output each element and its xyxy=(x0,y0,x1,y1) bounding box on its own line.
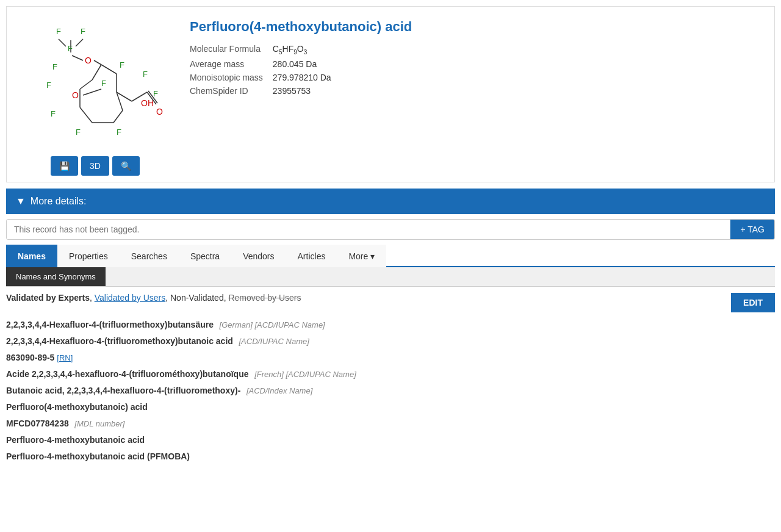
svg-text:F: F xyxy=(153,89,158,98)
mol-formula-label: Molecular Formula xyxy=(190,42,273,57)
save-structure-button[interactable]: 💾 xyxy=(51,156,78,176)
info-panel: Perfluoro(4-methoxybutanoic) acid Molecu… xyxy=(178,13,768,176)
name-tag: [German] [ACD/IUPAC Name] xyxy=(217,320,325,329)
structure-image: F F F O F F xyxy=(19,13,171,153)
tab-vendors[interactable]: Vendors xyxy=(231,245,286,267)
svg-text:F: F xyxy=(52,62,57,71)
svg-text:F: F xyxy=(81,27,85,36)
list-item: Acide 2,2,3,3,4,4-hexafluoro-4-(trifluor… xyxy=(6,368,775,381)
subtab-names-synonyms[interactable]: Names and Synonyms xyxy=(6,267,106,286)
svg-line-20 xyxy=(83,89,101,95)
removed-by-users: Removed by Users xyxy=(228,293,301,303)
properties-table: Molecular Formula C5HF9O3 Average mass 2… xyxy=(190,42,341,98)
validated-line: Validated by Experts, Validated by Users… xyxy=(6,293,301,303)
tab-searches[interactable]: Searches xyxy=(120,245,179,267)
tabs-bar: NamesPropertiesSearchesSpectraVendorsArt… xyxy=(6,245,775,267)
subtab-bar: Names and Synonyms xyxy=(6,267,775,287)
threed-button[interactable]: 3D xyxy=(81,156,109,176)
svg-line-11 xyxy=(101,65,117,74)
svg-line-7 xyxy=(72,56,83,60)
svg-text:O: O xyxy=(72,90,79,100)
svg-line-28 xyxy=(92,65,101,80)
svg-text:F: F xyxy=(143,70,148,79)
name-tag: [MDL number] xyxy=(73,419,125,428)
tag-input[interactable] xyxy=(7,220,730,239)
monoisotopic-value: 279.978210 Da xyxy=(273,71,341,84)
name-tag: [French] [ACD/IUPAC Name] xyxy=(253,370,356,379)
svg-text:F: F xyxy=(101,79,106,88)
svg-line-3 xyxy=(59,39,66,46)
monoisotopic-row: Monoisotopic mass 279.978210 Da xyxy=(190,71,341,84)
svg-text:F: F xyxy=(46,81,51,90)
list-item: 2,2,3,3,4,4-Hexafluoro-4-(trifluorometho… xyxy=(6,335,775,348)
name-main-text: Perfluoro-4-methoxybutanoic acid xyxy=(6,435,145,445)
list-item: Perfluoro-4-methoxybutanoic acid (PFMOBA… xyxy=(6,450,775,463)
names-list: 2,2,3,3,4,4-Hexafluor-4-(trifluormethoxy… xyxy=(6,318,775,463)
name-tag: [ACD/IUPAC Name] xyxy=(237,337,309,346)
list-item: MFCD07784238 [MDL number] xyxy=(6,417,775,430)
svg-line-31 xyxy=(80,107,92,123)
zoom-button[interactable]: 🔍 xyxy=(112,156,140,176)
list-item: 863090-89-5 [RN] xyxy=(6,351,775,364)
tab-spectra[interactable]: Spectra xyxy=(179,245,231,267)
name-main-text: Butanoic acid, 2,2,3,3,4,4-hexafluoro-4-… xyxy=(6,386,240,395)
svg-text:F: F xyxy=(56,27,61,36)
structure-buttons: 💾 3D 🔍 xyxy=(51,156,140,176)
structure-panel: F F F O F F xyxy=(13,13,178,176)
compound-header: F F F O F F xyxy=(6,6,775,182)
avg-mass-value: 280.045 Da xyxy=(273,57,341,71)
name-main-text: 863090-89-5 xyxy=(6,353,57,362)
svg-text:F: F xyxy=(51,109,56,118)
tag-row: + TAG xyxy=(6,219,775,240)
list-item: Perfluoro(4-methoxybutanoic) acid xyxy=(6,401,775,414)
name-main-text: Acide 2,2,3,3,4,4-hexafluoro-4-(trifluor… xyxy=(6,369,249,379)
chemspider-row: ChemSpider ID 23955753 xyxy=(190,84,341,98)
validated-experts: Validated by Experts xyxy=(6,293,90,303)
compound-title: Perfluoro(4-methoxybutanoic) acid xyxy=(190,19,756,35)
validated-sep2: , Non-Validated, xyxy=(165,293,228,303)
name-main-text: 2,2,3,3,4,4-Hexafluor-4-(trifluormethoxy… xyxy=(6,320,214,329)
svg-line-8 xyxy=(94,60,101,65)
mol-formula-value: C5HF9O3 xyxy=(273,42,341,57)
more-details-chevron: ▼ xyxy=(16,196,26,207)
list-item: Butanoic acid, 2,2,3,3,4,4-hexafluoro-4-… xyxy=(6,384,775,397)
more-details-bar[interactable]: ▼ More details: xyxy=(6,189,775,214)
name-main-text: Perfluoro(4-methoxybutanoic) acid xyxy=(6,402,148,412)
edit-button[interactable]: EDIT xyxy=(731,293,775,312)
avg-mass-row: Average mass 280.045 Da xyxy=(190,57,341,71)
tab-names[interactable]: Names xyxy=(6,245,57,267)
name-main-text: 2,2,3,3,4,4-Hexafluoro-4-(trifluorometho… xyxy=(6,336,233,346)
svg-line-4 xyxy=(76,39,83,46)
svg-text:F: F xyxy=(120,60,124,70)
list-item: 2,2,3,3,4,4-Hexafluor-4-(trifluormethoxy… xyxy=(6,318,775,331)
svg-text:O: O xyxy=(85,56,92,65)
tab-more[interactable]: More ▾ xyxy=(337,245,386,267)
rn-link[interactable]: [RN] xyxy=(57,353,73,362)
tab-properties[interactable]: Properties xyxy=(57,245,120,267)
name-main-text: Perfluoro-4-methoxybutanoic acid (PFMOBA… xyxy=(6,451,190,461)
svg-line-33 xyxy=(113,110,123,123)
svg-text:F: F xyxy=(76,128,81,137)
validated-sep1: , xyxy=(90,293,95,303)
validated-users-link[interactable]: Validated by Users xyxy=(95,293,165,303)
svg-line-29 xyxy=(80,80,92,89)
mol-formula-row: Molecular Formula C5HF9O3 xyxy=(190,42,341,57)
avg-mass-label: Average mass xyxy=(190,57,273,71)
tab-articles[interactable]: Articles xyxy=(286,245,337,267)
list-item: Perfluoro-4-methoxybutanoic acid xyxy=(6,434,775,447)
name-main-text: MFCD07784238 xyxy=(6,419,69,428)
svg-text:F: F xyxy=(117,128,121,137)
svg-text:O: O xyxy=(156,107,163,117)
names-content: Validated by Experts, Validated by Users… xyxy=(6,293,775,463)
tag-button[interactable]: + TAG xyxy=(730,220,774,239)
chemspider-label: ChemSpider ID xyxy=(190,84,273,98)
monoisotopic-label: Monoisotopic mass xyxy=(190,71,273,84)
more-details-label: More details: xyxy=(31,196,87,207)
chemspider-value: 23955753 xyxy=(273,84,341,98)
svg-text:F: F xyxy=(68,44,73,53)
name-tag: [ACD/Index Name] xyxy=(244,386,312,395)
svg-text:OH: OH xyxy=(141,98,154,108)
